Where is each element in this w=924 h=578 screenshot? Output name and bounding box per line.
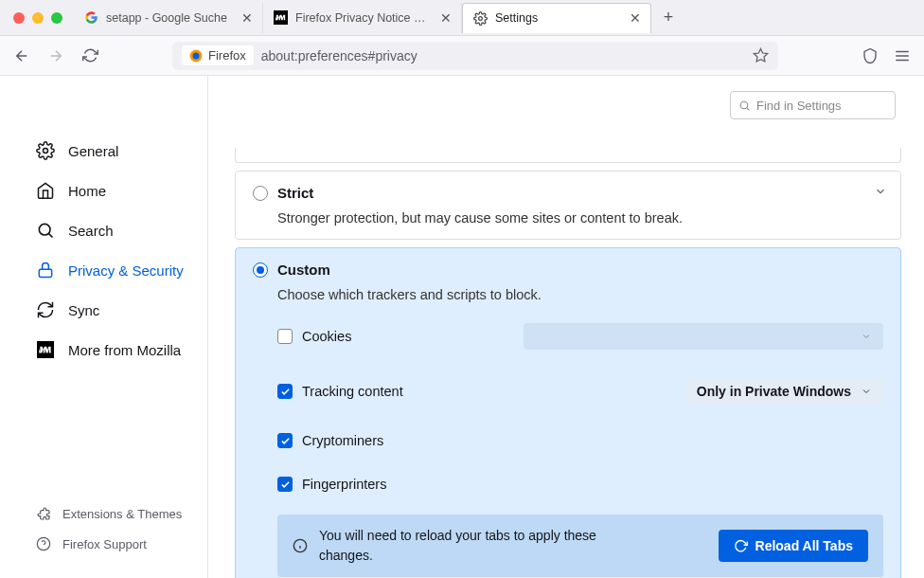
- reload-icon: [734, 539, 748, 553]
- sidebar-item-search[interactable]: Search: [0, 210, 207, 250]
- maximize-window-button[interactable]: [51, 12, 62, 24]
- mozilla-icon: [36, 340, 55, 359]
- cookies-row: Cookies: [277, 323, 883, 350]
- fingerprinters-row: Fingerprinters: [277, 477, 883, 492]
- search-placeholder: Find in Settings: [756, 99, 842, 113]
- sidebar-item-more-mozilla[interactable]: More from Mozilla: [0, 330, 207, 370]
- menu-icon[interactable]: [894, 47, 911, 64]
- close-window-button[interactable]: [13, 12, 25, 24]
- option-description: Stronger protection, but may cause some …: [277, 210, 883, 226]
- site-identity[interactable]: Firefox: [182, 45, 254, 65]
- svg-point-8: [44, 149, 48, 154]
- svg-line-16: [747, 107, 750, 110]
- pocket-icon[interactable]: [862, 47, 879, 64]
- new-tab-button[interactable]: +: [655, 5, 682, 31]
- tab-bar: setapp - Google Suche ✕ Firefox Privacy …: [0, 0, 924, 36]
- main: General Home Search Privacy & Security S…: [0, 76, 924, 578]
- chevron-down-icon[interactable]: [874, 185, 887, 198]
- info-icon: [293, 538, 308, 553]
- tracking-row: Tracking content Only in Private Windows: [277, 378, 883, 405]
- tab-title: Settings: [495, 11, 622, 25]
- tab-google[interactable]: setapp - Google Suche ✕: [74, 3, 263, 33]
- lock-icon: [36, 261, 55, 280]
- standard-option-cutoff: [235, 148, 901, 163]
- radio-strict[interactable]: [253, 186, 268, 201]
- checkbox-label: Cookies: [302, 329, 351, 344]
- sidebar-item-label: Search: [68, 223, 114, 239]
- google-favicon-icon: [83, 10, 98, 26]
- url-bar[interactable]: Firefox about:preferences#privacy: [172, 42, 778, 70]
- sync-icon: [36, 300, 55, 319]
- sidebar: General Home Search Privacy & Security S…: [0, 76, 208, 578]
- gear-icon: [472, 10, 488, 26]
- tracking-dropdown[interactable]: Only in Private Windows: [685, 378, 883, 405]
- protection-option-custom: Custom Choose which trackers and scripts…: [235, 247, 901, 578]
- reload-notice: You will need to reload your tabs to app…: [277, 515, 883, 577]
- search-icon: [738, 99, 751, 112]
- search-settings-input[interactable]: Find in Settings: [730, 91, 896, 119]
- help-icon: [36, 536, 51, 551]
- option-title: Custom: [277, 262, 330, 278]
- cryptominers-row: Cryptominers: [277, 433, 883, 448]
- checkbox-cryptominers[interactable]: [277, 433, 293, 448]
- sidebar-item-sync[interactable]: Sync: [0, 290, 207, 330]
- tab-close-icon[interactable]: ✕: [440, 10, 452, 26]
- checkbox-label: Cryptominers: [302, 433, 383, 448]
- sidebar-item-privacy[interactable]: Privacy & Security: [0, 250, 207, 290]
- gear-icon: [36, 141, 55, 160]
- svg-point-1: [478, 16, 482, 20]
- content: Find in Settings Strict Stronger protect…: [208, 76, 924, 578]
- url-text: about:preferences#privacy: [261, 48, 418, 63]
- chevron-down-icon: [861, 331, 872, 342]
- reload-text: You will need to reload your tabs to app…: [319, 526, 631, 566]
- tab-close-icon[interactable]: ✕: [241, 10, 253, 26]
- svg-point-3: [193, 52, 200, 59]
- sidebar-item-label: Extensions & Themes: [62, 507, 182, 521]
- tab-close-icon[interactable]: ✕: [630, 10, 641, 26]
- identity-label: Firefox: [208, 48, 246, 63]
- chevron-down-icon: [861, 386, 872, 397]
- home-icon: [36, 181, 55, 200]
- window-controls: [8, 12, 74, 24]
- tab-mozilla[interactable]: Firefox Privacy Notice — Mozilla ✕: [263, 3, 462, 33]
- svg-point-9: [39, 224, 50, 235]
- puzzle-icon: [36, 506, 51, 521]
- search-icon: [36, 221, 55, 240]
- sidebar-item-label: Privacy & Security: [68, 262, 184, 279]
- reload-all-tabs-button[interactable]: Reload All Tabs: [719, 530, 868, 562]
- sidebar-item-label: Sync: [68, 302, 99, 318]
- svg-marker-4: [754, 48, 767, 61]
- reload-button[interactable]: [81, 47, 98, 64]
- sidebar-item-extensions[interactable]: Extensions & Themes: [0, 498, 207, 529]
- minimize-window-button[interactable]: [32, 12, 44, 24]
- checkbox-label: Tracking content: [302, 384, 403, 399]
- checkbox-tracking[interactable]: [277, 384, 293, 399]
- sidebar-item-label: General: [68, 143, 118, 159]
- toolbar-right: [862, 47, 911, 64]
- toolbar: Firefox about:preferences#privacy: [0, 36, 924, 76]
- forward-button[interactable]: [47, 47, 64, 64]
- sidebar-item-support[interactable]: Firefox Support: [0, 529, 207, 559]
- sidebar-item-label: Home: [68, 183, 106, 199]
- sidebar-item-general[interactable]: General: [0, 131, 207, 171]
- protection-option-strict[interactable]: Strict Stronger protection, but may caus…: [235, 171, 901, 240]
- cookies-dropdown[interactable]: [524, 323, 883, 350]
- radio-custom[interactable]: [253, 262, 268, 278]
- checkbox-cookies[interactable]: [277, 329, 293, 344]
- checkbox-fingerprinters[interactable]: [277, 477, 293, 492]
- sidebar-item-label: Firefox Support: [62, 537, 147, 551]
- mozilla-favicon-icon: [273, 10, 288, 26]
- firefox-icon: [189, 49, 203, 63]
- svg-point-13: [37, 537, 49, 550]
- option-description: Choose which trackers and scripts to blo…: [277, 287, 883, 302]
- tab-settings[interactable]: Settings ✕: [462, 3, 651, 33]
- tab-title: setapp - Google Suche: [106, 11, 234, 25]
- sidebar-item-label: More from Mozilla: [68, 342, 181, 358]
- button-label: Reload All Tabs: [755, 538, 853, 553]
- back-button[interactable]: [13, 47, 30, 64]
- svg-point-15: [740, 101, 748, 109]
- sidebar-item-home[interactable]: Home: [0, 171, 207, 210]
- option-title: Strict: [277, 185, 313, 201]
- bookmark-star-icon[interactable]: [753, 47, 769, 63]
- svg-line-10: [48, 233, 52, 237]
